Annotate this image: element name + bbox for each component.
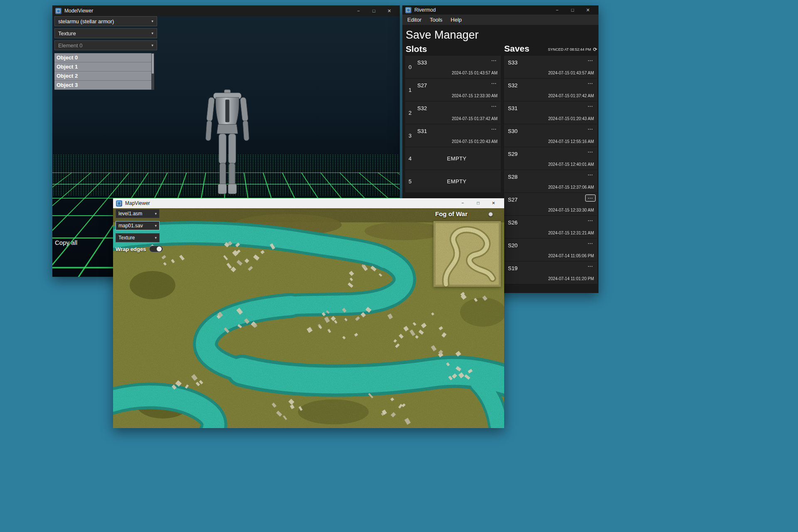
menu-editor[interactable]: Editor: [403, 15, 426, 25]
menu-tools[interactable]: Tools: [426, 15, 446, 25]
saves-list: S33 ⋯ 2024-07-15 01:43:57 AM S32 ⋯ 2024-…: [504, 56, 597, 284]
close-icon[interactable]: ✕: [580, 5, 596, 15]
save-menu-button[interactable]: ⋯: [585, 172, 596, 179]
object-list-item[interactable]: Object 1: [54, 62, 154, 71]
toggle-knob: [157, 246, 162, 251]
slot-timestamp: 2024-07-15 12:33:30 AM: [452, 94, 498, 98]
fog-of-war-indicator[interactable]: [488, 212, 493, 217]
save-timestamp: 2024-07-14 11:01:20 PM: [548, 276, 594, 281]
modelviewer-app-icon: [55, 8, 62, 14]
save-row[interactable]: S19 ⋯ 2024-07-14 11:01:20 PM: [504, 261, 597, 284]
slot-row[interactable]: 3 S31 ⋯ 2024-07-15 01:20:43 AM: [405, 124, 501, 147]
slot-row[interactable]: 2 S32 ⋯ 2024-07-15 01:37:42 AM: [405, 101, 501, 124]
level-dropdown[interactable]: level1.asm ▾: [116, 209, 160, 218]
map-save-dropdown-value: map01.sav: [118, 223, 152, 229]
slot-menu-button[interactable]: ⋯: [489, 126, 499, 133]
close-icon[interactable]: ✕: [486, 198, 501, 208]
object-list-scrollbar[interactable]: [151, 53, 154, 90]
slot-row[interactable]: 1 S27 ⋯ 2024-07-15 12:33:30 AM: [405, 79, 501, 101]
scrollbar-thumb[interactable]: [152, 54, 154, 74]
model-dropdown[interactable]: stelarmu (stellar armor) ▾: [54, 16, 157, 26]
save-name: S33: [508, 59, 517, 66]
save-row[interactable]: S29 ⋯ 2024-07-15 12:40:01 AM: [504, 147, 597, 170]
save-menu-button[interactable]: ⋯: [585, 263, 596, 270]
save-row[interactable]: S31 ⋯ 2024-07-15 01:20:43 AM: [504, 101, 597, 124]
fog-of-war-label: Fog of War: [435, 210, 468, 217]
minimize-icon[interactable]: −: [549, 5, 565, 15]
maximize-icon[interactable]: □: [470, 198, 486, 208]
rivermod-titlebar[interactable]: Rivermod − □ ✕: [402, 5, 598, 15]
menu-help[interactable]: Help: [446, 15, 466, 25]
save-menu-button-focused[interactable]: ⋯: [585, 195, 596, 202]
slot-name: S33: [417, 59, 427, 66]
save-name: S28: [508, 174, 517, 180]
slot-menu-button[interactable]: ⋯: [489, 80, 499, 87]
minimize-icon[interactable]: −: [455, 198, 470, 208]
save-row[interactable]: S28 ⋯ 2024-07-15 12:37:06 AM: [504, 170, 597, 193]
map-texture-dropdown[interactable]: Texture ▾: [116, 233, 160, 242]
save-menu-button[interactable]: ⋯: [585, 80, 596, 87]
rivermod-app-icon: [405, 7, 411, 13]
fog-of-war-minimap: [433, 221, 501, 287]
save-row[interactable]: S30 ⋯ 2024-07-15 12:55:16 AM: [504, 124, 597, 147]
save-name: S26: [508, 219, 517, 226]
slot-row[interactable]: 0 S33 ⋯ 2024-07-15 01:43:57 AM: [405, 56, 501, 79]
slot-row-empty[interactable]: 4 EMPTY: [405, 147, 501, 170]
chevron-down-icon: ▾: [151, 31, 153, 35]
mapviewer-titlebar[interactable]: MapViewer − □ ✕: [113, 198, 504, 208]
wrap-edges-toggle[interactable]: [149, 246, 163, 252]
slot-row-empty[interactable]: 5 EMPTY: [405, 170, 501, 193]
window-mapviewer: MapViewer − □ ✕: [113, 198, 504, 428]
minimize-icon[interactable]: −: [351, 5, 366, 16]
maximize-icon[interactable]: □: [565, 5, 580, 15]
mapviewer-title: MapViewer: [125, 200, 150, 206]
save-menu-button[interactable]: ⋯: [585, 240, 596, 247]
slot-timestamp: 2024-07-15 01:43:57 AM: [452, 71, 498, 75]
save-row[interactable]: S32 ⋯ 2024-07-15 01:37:42 AM: [504, 79, 597, 101]
save-menu-button[interactable]: ⋯: [585, 149, 596, 156]
object-list-item[interactable]: Object 0: [54, 53, 154, 62]
slot-menu-button[interactable]: ⋯: [489, 57, 499, 64]
slot-menu-button[interactable]: ⋯: [489, 103, 499, 110]
rivermod-title: Rivermod: [414, 7, 436, 13]
save-name: S27: [508, 197, 517, 203]
slot-index: 1: [409, 87, 411, 93]
chevron-down-icon: ▾: [151, 19, 153, 23]
save-name: S32: [508, 82, 517, 89]
modelviewer-titlebar[interactable]: ModelViewer − □ ✕: [52, 5, 400, 16]
map-viewport[interactable]: level1.asm ▾ map01.sav ▾ Texture ▾ Wrap …: [113, 208, 504, 428]
slots-list: 0 S33 ⋯ 2024-07-15 01:43:57 AM 1 S27 ⋯ 2…: [405, 56, 501, 193]
save-menu-button[interactable]: ⋯: [585, 57, 596, 64]
save-timestamp: 2024-07-14 11:05:06 PM: [548, 254, 594, 258]
save-timestamp: 2024-07-15 12:40:01 AM: [548, 162, 594, 167]
object-list-item[interactable]: Object 3: [54, 81, 154, 90]
save-timestamp: 2024-07-15 12:33:30 AM: [548, 208, 594, 212]
copy-all-button[interactable]: Copy all: [55, 239, 77, 246]
armor-3d-model: [200, 86, 254, 199]
save-row-selected[interactable]: S27 ⋯ 2024-07-15 12:33:30 AM: [504, 193, 597, 216]
save-menu-button[interactable]: ⋯: [585, 103, 596, 110]
slot-timestamp: 2024-07-15 01:37:42 AM: [452, 116, 498, 121]
slot-index: 5: [409, 178, 411, 185]
maximize-icon[interactable]: □: [366, 5, 382, 16]
texture-dropdown[interactable]: Texture ▾: [54, 28, 157, 38]
save-row[interactable]: S26 ⋯ 2024-07-15 12:31:21 AM: [504, 216, 597, 239]
save-menu-button[interactable]: ⋯: [585, 126, 596, 133]
map-save-dropdown[interactable]: map01.sav ▾: [116, 221, 160, 230]
save-name: S29: [508, 151, 517, 157]
object-list-item[interactable]: Object 2: [54, 71, 154, 81]
level-dropdown-value: level1.asm: [118, 211, 152, 217]
close-icon[interactable]: ✕: [382, 5, 397, 16]
sync-icon[interactable]: ⟳: [593, 47, 597, 53]
save-timestamp: 2024-07-15 12:55:16 AM: [548, 139, 594, 144]
element-dropdown[interactable]: Element 0 ▾: [54, 40, 157, 50]
save-menu-button[interactable]: ⋯: [585, 217, 596, 224]
save-row[interactable]: S33 ⋯ 2024-07-15 01:43:57 AM: [504, 56, 597, 79]
slot-empty-label: EMPTY: [413, 178, 501, 185]
save-name: S31: [508, 105, 517, 111]
chevron-down-icon: ▾: [151, 43, 153, 47]
slot-index: 4: [409, 155, 411, 162]
save-timestamp: 2024-07-15 01:20:43 AM: [548, 116, 594, 121]
save-timestamp: 2024-07-15 12:37:06 AM: [548, 185, 594, 190]
save-row[interactable]: S20 ⋯ 2024-07-14 11:05:06 PM: [504, 239, 597, 261]
